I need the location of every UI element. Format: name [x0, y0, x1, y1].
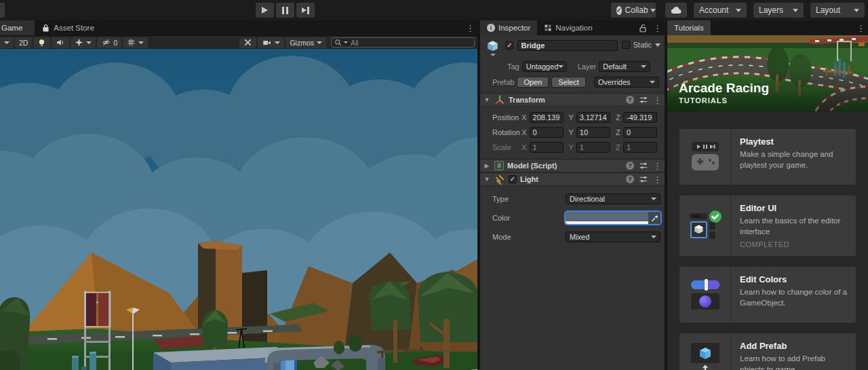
axis-y-label: Y [568, 128, 574, 136]
axis-z-label: Z [615, 143, 621, 151]
gameobject-icon-dropdown[interactable] [484, 39, 501, 56]
help-icon[interactable]: ? [626, 162, 634, 170]
tools-button[interactable] [239, 37, 256, 48]
hidden-gizmo-count: 0 [113, 39, 117, 47]
tab-navigation[interactable]: Navigation [537, 20, 599, 35]
layer-dropdown[interactable]: Default [599, 61, 650, 72]
play-button[interactable] [256, 3, 274, 18]
hidden-gizmos-toggle[interactable]: 0 [97, 37, 121, 48]
game-tabbar: Game Asset Store ⋮ [0, 20, 477, 35]
pause-button[interactable] [276, 3, 294, 18]
position-z-field[interactable] [623, 112, 657, 123]
card-title: Editor UI [740, 203, 847, 213]
tab-tutorials[interactable]: Tutorials [667, 20, 711, 35]
account-label: Account [699, 5, 728, 15]
audio-toggle[interactable] [52, 37, 69, 48]
chevron-down-icon [317, 41, 322, 44]
prefab-select-button[interactable]: Select [551, 77, 586, 88]
tutorials-tabbar: Tutorials ⋮ [667, 20, 868, 35]
position-y-field[interactable] [576, 112, 610, 123]
object-name-field[interactable] [517, 40, 618, 51]
tutorial-card-editor-ui[interactable]: Editor UI Learn the basics of the editor… [679, 196, 856, 256]
inspector-menu-kebab[interactable]: ⋮ [653, 24, 662, 33]
light-bulb-icon [37, 38, 46, 48]
prefab-open-button[interactable]: Open [517, 77, 549, 88]
static-checkbox[interactable]: ✓ [622, 41, 630, 49]
lighting-toggle[interactable] [33, 37, 50, 48]
presets-icon[interactable] [639, 161, 648, 170]
presets-icon[interactable] [639, 174, 648, 184]
model-script-header[interactable]: ▶ # Model (Script) ? ⋮ [480, 159, 665, 172]
tab-game-label: Game [1, 24, 22, 32]
effects-dropdown[interactable] [71, 37, 96, 48]
scale-x-field[interactable] [530, 142, 564, 153]
help-icon[interactable]: ? [626, 175, 634, 183]
static-dropdown[interactable]: ✓ Static [622, 41, 660, 49]
tab-game[interactable]: Game [0, 20, 35, 35]
scale-z-field[interactable] [623, 142, 657, 153]
2d-toggle[interactable]: 2D [15, 37, 32, 48]
light-header[interactable]: ▼ ✓ Light ? ⋮ [480, 172, 665, 186]
position-x-field[interactable] [530, 112, 564, 123]
chevron-down-icon [736, 9, 741, 12]
info-icon: i [487, 24, 495, 32]
light-mode-dropdown[interactable]: Mixed [566, 232, 660, 242]
transform-header[interactable]: ▼ Transform ? ⋮ [480, 93, 665, 107]
grid-dropdown[interactable] [123, 37, 148, 48]
scale-label: Scale [483, 143, 521, 151]
tag-dropdown[interactable]: Untagged [522, 61, 567, 72]
transform-icon [494, 94, 505, 105]
tutorials-menu-kebab[interactable]: ⋮ [856, 24, 865, 33]
account-dropdown[interactable]: Account [694, 3, 747, 18]
gizmos-label: Gizmos [290, 39, 314, 47]
tutorial-card-edit-colors[interactable]: Edit Colors Learn how to change color of… [679, 267, 856, 322]
rotation-z-field[interactable] [623, 127, 657, 138]
chevron-down-icon [655, 43, 660, 47]
tab-asset-store-label: Asset Store [54, 24, 94, 32]
rotation-y-field[interactable] [576, 127, 610, 138]
tab-navigation-label: Navigation [555, 24, 592, 32]
layers-dropdown[interactable]: Layers [753, 3, 804, 18]
active-checkbox[interactable]: ✓ [505, 41, 513, 50]
light-color-label: Color [483, 214, 566, 222]
cloud-button[interactable] [665, 3, 687, 18]
card-title: Add Prefab [740, 341, 847, 351]
gizmos-dropdown[interactable]: Gizmos [285, 37, 326, 48]
light-enabled-checkbox[interactable]: ✓ [509, 175, 517, 183]
light-type-dropdown[interactable]: Directional [566, 193, 660, 204]
search-icon [334, 39, 342, 47]
component-menu-kebab[interactable]: ⋮ [653, 175, 662, 184]
step-button[interactable] [296, 3, 315, 18]
hero-subtitle: TUTORIALS [679, 96, 728, 105]
chevron-down-icon [344, 41, 348, 43]
light-color-field[interactable] [566, 212, 660, 224]
game-menu-kebab[interactable]: ⋮ [466, 24, 475, 33]
axis-x-label: X [521, 113, 527, 122]
eyedropper-button[interactable] [648, 212, 660, 224]
collab-button[interactable]: ✓ Collab [611, 3, 656, 18]
help-icon[interactable]: ? [626, 96, 634, 104]
presets-icon[interactable] [639, 95, 648, 105]
lock-open-icon[interactable] [638, 23, 648, 33]
tutorial-card-playtest[interactable]: Playtest Make a simple change and playte… [679, 129, 856, 185]
component-menu-kebab[interactable]: ⋮ [653, 96, 662, 105]
tab-inspector[interactable]: i Inspector [480, 20, 537, 35]
play-controls [256, 3, 315, 18]
layout-dropdown[interactable]: Layout [810, 3, 865, 18]
tab-asset-store[interactable]: Asset Store [35, 20, 100, 35]
camera-dropdown[interactable] [258, 37, 284, 48]
component-menu-kebab[interactable]: ⋮ [653, 162, 662, 170]
foldout-open-icon[interactable]: ▼ [483, 176, 491, 183]
prefab-overrides-dropdown[interactable]: Overrides [594, 77, 659, 88]
rotation-x-field[interactable] [530, 127, 564, 138]
light-mode-value: Mixed [570, 233, 589, 241]
search-input[interactable] [351, 39, 471, 47]
foldout-open-icon[interactable]: ▼ [483, 96, 491, 103]
game-viewport[interactable] [0, 49, 477, 370]
foldout-closed-icon[interactable]: ▶ [483, 162, 491, 169]
tutorial-card-add-prefab[interactable]: Add Prefab Learn how to add Prefab objec… [679, 333, 856, 370]
transform-fields: Position X Y Z Rotation X Y Z [480, 107, 665, 159]
transform-tools-fragment[interactable] [0, 3, 5, 18]
scale-y-field[interactable] [576, 142, 610, 153]
display-dropdown-fragment[interactable] [0, 37, 14, 48]
